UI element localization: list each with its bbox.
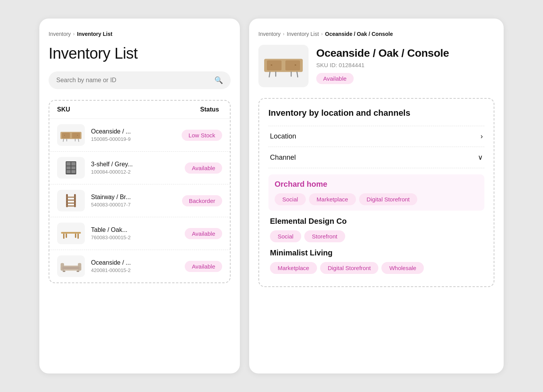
breadcrumb-inventory[interactable]: Inventory: [49, 31, 71, 37]
svg-rect-11: [71, 162, 75, 166]
col-status-header: Status: [200, 106, 219, 113]
row-name: 3-shelf / Grey...: [91, 161, 185, 168]
svg-rect-26: [75, 234, 76, 238]
product-thumbnail: [57, 157, 85, 179]
svg-rect-4: [77, 135, 78, 135]
row-name: Stairway / Br...: [91, 194, 182, 201]
channel-content: Orchard home Social Marketplace Digital …: [268, 168, 484, 277]
channel-tag[interactable]: Wholesale: [381, 262, 424, 274]
row-name: Table / Oak...: [91, 226, 185, 233]
row-info: 3-shelf / Grey... 100084-000012-2: [91, 161, 185, 175]
channel-tag[interactable]: Digital Storefront: [359, 193, 418, 205]
row-id: 100084-000012-2: [91, 169, 185, 175]
chevron-down-icon: ∨: [478, 153, 483, 162]
right-screen: Inventory › Inventory List › Oceanside /…: [249, 19, 504, 373]
channel-tags: Social Storefront: [270, 230, 483, 242]
status-badge: Available: [185, 162, 222, 174]
channel-tags: Marketplace Digital Storefront Wholesale: [270, 262, 483, 274]
product-header: Oceanside / Oak / Console SKU ID: 012844…: [258, 45, 494, 87]
svg-rect-15: [71, 170, 75, 173]
row-id: 760083-000015-2: [91, 235, 185, 240]
product-thumbnail: [57, 223, 85, 244]
svg-rect-10: [67, 162, 71, 166]
section-title: Inventory by location and channels: [268, 108, 484, 118]
search-input[interactable]: [56, 77, 211, 84]
svg-rect-3: [64, 135, 65, 135]
row-id: 420081-000015-2: [91, 267, 185, 273]
chevron-right-icon: ›: [481, 132, 483, 140]
product-thumbnail: [57, 255, 85, 277]
svg-rect-34: [267, 60, 282, 70]
row-id: 540083-000017-7: [91, 202, 182, 208]
svg-rect-12: [67, 166, 71, 169]
screens-wrapper: Inventory › Inventory List Inventory Lis…: [39, 19, 504, 373]
svg-rect-30: [62, 267, 80, 270]
product-sku: SKU ID: 01284441: [316, 62, 494, 68]
breadcrumb-product[interactable]: Oceanside / Oak / Console: [325, 31, 393, 37]
channel-group-elemental: Elemental Design Co Social Storefront: [268, 217, 484, 242]
svg-rect-32: [77, 270, 79, 272]
svg-rect-20: [66, 203, 76, 204]
search-icon: 🔍: [214, 76, 223, 84]
svg-rect-36: [271, 64, 272, 65]
svg-rect-25: [66, 234, 67, 238]
channel-group-name: Minimalist Living: [270, 248, 483, 257]
channel-tags: Social Marketplace Digital Storefront: [275, 193, 478, 205]
channel-tag[interactable]: Social: [270, 230, 301, 242]
channel-group-name: Orchard home: [275, 180, 478, 189]
svg-rect-13: [71, 166, 75, 169]
channel-tag[interactable]: Marketplace: [309, 193, 356, 205]
channel-group-minimalist: Minimalist Living Marketplace Digital St…: [268, 248, 484, 274]
svg-line-6: [78, 139, 79, 142]
row-info: Oceanside / ... 420081-000015-2: [91, 259, 185, 273]
svg-rect-19: [66, 199, 76, 201]
table-row[interactable]: Table / Oak... 760083-000015-2 Available: [49, 217, 230, 250]
channel-tag[interactable]: Digital Storefront: [320, 262, 379, 274]
svg-rect-14: [67, 170, 71, 173]
row-name: Oceanside / ...: [91, 128, 182, 135]
status-badge: Available: [185, 261, 222, 272]
chevron-icon: ›: [283, 31, 285, 37]
product-status-badge: Available: [316, 73, 354, 84]
svg-rect-35: [285, 60, 300, 70]
left-screen: Inventory › Inventory List Inventory Lis…: [39, 19, 240, 373]
svg-rect-1: [62, 133, 70, 138]
row-info: Stairway / Br... 540083-000017-7: [91, 194, 182, 208]
status-badge: Available: [185, 228, 222, 239]
col-sku-header: SKU: [57, 106, 200, 113]
svg-line-5: [63, 139, 64, 142]
table-row[interactable]: Stairway / Br... 540083-000017-7 Backord…: [49, 184, 230, 217]
search-bar[interactable]: 🔍: [49, 71, 231, 89]
breadcrumb-inventory-list[interactable]: Inventory List: [287, 31, 319, 37]
row-info: Table / Oak... 760083-000015-2: [91, 226, 185, 240]
channel-label: Channel: [270, 154, 296, 162]
svg-rect-2: [72, 133, 80, 138]
inventory-section: Inventory by location and channels Locat…: [258, 98, 494, 287]
channel-tag[interactable]: Storefront: [304, 230, 345, 242]
location-row[interactable]: Location ›: [268, 126, 484, 147]
table-header: SKU Status: [49, 101, 230, 119]
svg-rect-24: [78, 234, 79, 239]
table-row[interactable]: Oceanside / ... 150085-000019-9 Low Stoc…: [49, 119, 230, 152]
breadcrumb-inventory[interactable]: Inventory: [258, 31, 281, 37]
svg-rect-31: [63, 270, 66, 272]
svg-rect-37: [295, 64, 296, 65]
channel-tag[interactable]: Social: [275, 193, 306, 205]
row-name: Oceanside / ...: [91, 259, 185, 266]
channel-group-name: Elemental Design Co: [270, 217, 483, 226]
svg-rect-23: [63, 234, 64, 239]
table-row[interactable]: 3-shelf / Grey... 100084-000012-2 Availa…: [49, 152, 230, 184]
product-thumbnail: [57, 124, 85, 146]
breadcrumb-left: Inventory › Inventory List: [49, 31, 231, 37]
svg-line-39: [297, 72, 298, 77]
row-id: 150085-000019-9: [91, 136, 182, 142]
channel-tag[interactable]: Marketplace: [270, 262, 317, 274]
breadcrumb-inventory-list[interactable]: Inventory List: [77, 31, 113, 37]
channel-group-orchard: Orchard home Social Marketplace Digital …: [268, 174, 484, 211]
svg-rect-21: [66, 206, 76, 207]
table-row[interactable]: Oceanside / ... 420081-000015-2 Availabl…: [49, 250, 230, 282]
status-badge: Low Stock: [182, 130, 222, 141]
channel-row[interactable]: Channel ∨: [268, 147, 484, 168]
chevron-icon: ›: [321, 31, 323, 37]
row-info: Oceanside / ... 150085-000019-9: [91, 128, 182, 142]
